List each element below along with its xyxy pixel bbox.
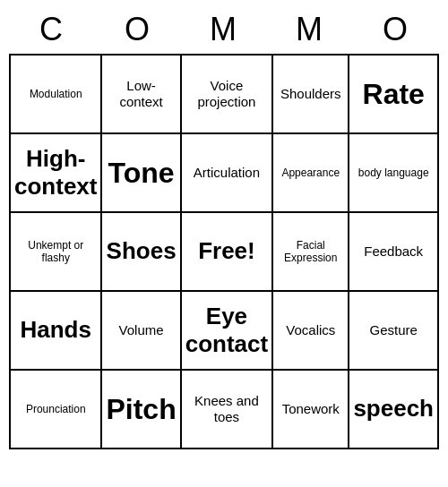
cell-1-2: Articulation xyxy=(182,134,273,213)
cell-0-4: Rate xyxy=(349,56,439,134)
cell-text-1-4: body language xyxy=(358,167,429,179)
cell-text-4-4: speech xyxy=(353,395,434,423)
header-letter-1: O xyxy=(95,7,181,52)
cell-4-3: Tonework xyxy=(273,371,349,449)
cell-text-0-0: Modulation xyxy=(30,88,82,100)
cell-text-0-4: Rate xyxy=(363,77,425,111)
cell-2-4: Feedback xyxy=(349,213,439,292)
cell-text-2-3: Facial Expression xyxy=(277,239,344,265)
bingo-grid: ModulationLow-contextVoice projectionSho… xyxy=(9,54,439,449)
cell-3-4: Gesture xyxy=(349,292,439,371)
cell-text-4-3: Tonework xyxy=(282,401,340,417)
cell-text-4-0: Prounciation xyxy=(26,403,86,415)
cell-2-1: Shoes xyxy=(102,213,181,292)
cell-text-3-1: Volume xyxy=(119,322,164,338)
cell-2-2: Free! xyxy=(182,213,273,292)
cell-1-1: Tone xyxy=(102,134,181,213)
header-letter-3: M xyxy=(267,7,353,52)
bingo-header: COMMO xyxy=(9,7,439,52)
cell-2-0: Unkempt or flashy xyxy=(11,213,102,292)
cell-text-0-3: Shoulders xyxy=(280,86,341,102)
cell-text-0-1: Low-context xyxy=(106,78,176,110)
cell-3-2: Eye contact xyxy=(182,292,273,371)
cell-3-3: Vocalics xyxy=(273,292,349,371)
cell-4-4: speech xyxy=(349,371,439,449)
cell-4-2: Knees and toes xyxy=(182,371,273,449)
cell-1-4: body language xyxy=(349,134,439,213)
cell-0-0: Modulation xyxy=(11,56,102,134)
header-letter-0: C xyxy=(9,7,95,52)
cell-3-0: Hands xyxy=(11,292,102,371)
cell-text-4-1: Pitch xyxy=(106,392,176,426)
cell-text-2-0: Unkempt or flashy xyxy=(14,239,97,265)
cell-1-0: High-context xyxy=(11,134,102,213)
cell-text-4-2: Knees and toes xyxy=(185,393,268,425)
cell-text-3-4: Gesture xyxy=(370,322,418,338)
cell-text-3-3: Vocalics xyxy=(286,322,335,338)
cell-text-3-0: Hands xyxy=(21,316,91,344)
cell-0-2: Voice projection xyxy=(182,56,273,134)
cell-text-2-1: Shoes xyxy=(107,237,177,265)
cell-4-1: Pitch xyxy=(102,371,181,449)
bingo-container: COMMO ModulationLow-contextVoice project… xyxy=(9,7,439,449)
cell-text-1-1: Tone xyxy=(108,156,175,190)
cell-0-3: Shoulders xyxy=(273,56,349,134)
cell-text-1-2: Articulation xyxy=(194,165,260,181)
cell-text-3-2: Eye contact xyxy=(185,303,268,358)
cell-2-3: Facial Expression xyxy=(273,213,349,292)
cell-text-1-0: High-context xyxy=(14,145,97,201)
header-letter-2: M xyxy=(181,7,267,52)
cell-3-1: Volume xyxy=(102,292,181,371)
cell-4-0: Prounciation xyxy=(11,371,102,449)
cell-0-1: Low-context xyxy=(102,56,181,134)
cell-1-3: Appearance xyxy=(273,134,349,213)
cell-text-2-2: Free! xyxy=(198,237,255,265)
cell-text-0-2: Voice projection xyxy=(185,78,268,110)
header-letter-4: O xyxy=(353,7,439,52)
cell-text-1-3: Appearance xyxy=(281,167,340,179)
cell-text-2-4: Feedback xyxy=(364,244,423,260)
